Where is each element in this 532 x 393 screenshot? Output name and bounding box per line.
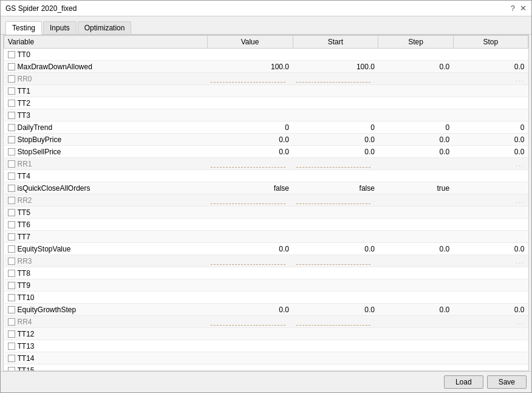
row-checkbox[interactable]	[8, 51, 15, 58]
table-row[interactable]: RR3...	[4, 255, 528, 267]
table-row[interactable]: TT5	[4, 207, 528, 219]
row-checkbox[interactable]	[8, 355, 15, 362]
help-button[interactable]: ?	[511, 4, 515, 13]
row-checkbox[interactable]	[8, 233, 15, 241]
row-variable-name: TT13	[18, 342, 35, 350]
table-row[interactable]: isQuickCloseAllOrdersfalsefalsetrue	[4, 182, 528, 194]
tab-testing[interactable]: Testing	[5, 21, 42, 35]
row-checkbox[interactable]	[8, 100, 15, 107]
row-checkbox[interactable]	[8, 124, 15, 131]
table-row[interactable]: RR1...	[4, 158, 528, 170]
row-value	[207, 231, 293, 243]
load-button[interactable]: Load	[444, 375, 483, 389]
row-step	[378, 352, 453, 364]
tab-inputs[interactable]: Inputs	[43, 21, 77, 34]
row-step	[378, 97, 453, 109]
row-value: 0.0	[207, 243, 293, 255]
table-row[interactable]: DailyTrend0000	[4, 121, 528, 134]
tab-optimization[interactable]: Optimization	[78, 21, 132, 34]
row-checkbox[interactable]	[8, 75, 15, 83]
table-container[interactable]: Variable Value Start Step Stop TT0MaxDra…	[4, 35, 528, 371]
row-stop	[453, 170, 528, 182]
tab-bar: Testing Inputs Optimization	[1, 16, 531, 35]
row-checkbox[interactable]	[8, 185, 15, 192]
row-value	[207, 85, 293, 97]
row-stop: 0.0	[453, 146, 528, 158]
row-stop: 0.0	[453, 304, 528, 316]
row-value	[207, 340, 293, 352]
row-checkbox[interactable]	[8, 282, 15, 289]
row-checkbox[interactable]	[8, 221, 15, 228]
row-start	[293, 85, 378, 97]
row-stop	[453, 49, 528, 61]
table-row[interactable]: TT10	[4, 292, 528, 304]
row-checkbox[interactable]	[8, 173, 15, 180]
row-checkbox[interactable]	[8, 330, 15, 338]
row-checkbox[interactable]	[8, 270, 15, 277]
row-stop	[453, 340, 528, 352]
table-row[interactable]: TT13	[4, 340, 528, 352]
row-stop	[453, 219, 528, 231]
row-variable-name: TT2	[18, 99, 30, 108]
table-row[interactable]: StopSellPrice0.00.00.00.0	[4, 146, 528, 158]
table-row[interactable]: TT14	[4, 352, 528, 364]
row-start: 0.0	[293, 304, 378, 316]
row-checkbox[interactable]	[8, 209, 15, 216]
row-start	[293, 279, 378, 292]
row-start	[293, 49, 378, 61]
table-row[interactable]: MaxDrawDownAllowed100.0100.00.00.0	[4, 61, 528, 73]
row-checkbox[interactable]	[8, 63, 15, 70]
table-row[interactable]: TT3	[4, 109, 528, 121]
table-row[interactable]: TT6	[4, 219, 528, 231]
row-variable-name: TT15	[18, 366, 35, 371]
table-row[interactable]: TT4	[4, 170, 528, 182]
row-checkbox[interactable]	[8, 258, 15, 265]
row-start: false	[293, 182, 378, 194]
row-checkbox[interactable]	[8, 112, 15, 119]
rr-dots: ...	[516, 319, 524, 326]
table-row[interactable]: TT12	[4, 328, 528, 340]
row-checkbox[interactable]	[8, 197, 15, 204]
row-stop	[453, 231, 528, 243]
row-value	[207, 109, 293, 121]
row-start	[293, 340, 378, 352]
table-row[interactable]: RR2...	[4, 194, 528, 207]
table-row[interactable]: TT8	[4, 267, 528, 279]
table-row[interactable]: TT1	[4, 85, 528, 97]
row-checkbox[interactable]	[8, 306, 15, 313]
row-start	[293, 352, 378, 364]
row-checkbox[interactable]	[8, 148, 15, 155]
row-stop	[453, 352, 528, 364]
col-header-step: Step	[378, 36, 453, 49]
table-row[interactable]: TT0	[4, 49, 528, 61]
row-checkbox[interactable]	[8, 136, 15, 143]
table-row[interactable]: TT2	[4, 97, 528, 109]
row-checkbox[interactable]	[8, 318, 15, 326]
row-stop	[453, 279, 528, 292]
row-step: 0	[378, 121, 453, 134]
table-row[interactable]: TT9	[4, 279, 528, 292]
row-stop: 0	[453, 121, 528, 134]
table-row[interactable]: TT7	[4, 231, 528, 243]
row-checkbox[interactable]	[8, 87, 15, 95]
row-start: 100.0	[293, 61, 378, 73]
row-variable-name: EquityGrowthStep	[18, 306, 77, 314]
table-row[interactable]: EquityStopValue0.00.00.00.0	[4, 243, 528, 255]
row-checkbox[interactable]	[8, 294, 15, 301]
table-row[interactable]: TT15	[4, 364, 528, 371]
table-row[interactable]: EquityGrowthStep0.00.00.00.0	[4, 304, 528, 316]
table-row[interactable]: StopBuyPrice0.00.00.00.0	[4, 134, 528, 146]
save-button[interactable]: Save	[487, 375, 527, 389]
table-row[interactable]: RR0...	[4, 73, 528, 85]
row-checkbox[interactable]	[8, 160, 15, 168]
table-row[interactable]: RR4...	[4, 316, 528, 328]
row-step: 0.0	[378, 134, 453, 146]
window-title: GS Spider 2020_fixed	[5, 4, 77, 13]
row-checkbox[interactable]	[8, 367, 15, 371]
row-checkbox[interactable]	[8, 343, 15, 350]
row-step: 0.0	[378, 243, 453, 255]
row-start	[293, 170, 378, 182]
row-checkbox[interactable]	[8, 245, 15, 253]
close-button[interactable]: ✕	[520, 4, 527, 13]
row-start	[293, 109, 378, 121]
